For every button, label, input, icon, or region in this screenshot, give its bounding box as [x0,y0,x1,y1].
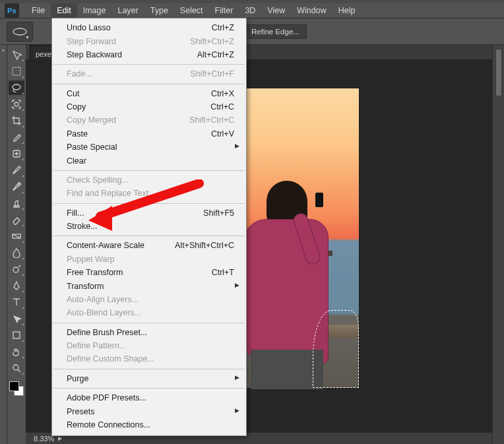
menu-item-shortcut: Shift+Ctrl+C [189,115,234,125]
menu-item-free-transform[interactable]: Free TransformCtrl+T [52,266,246,279]
menu-separator [53,203,245,204]
menu-item-undo-lasso[interactable]: Undo LassoCtrl+Z [52,21,246,34]
healing-brush-tool[interactable] [9,146,24,161]
svg-point-5 [18,183,20,185]
eyedropper-tool[interactable] [9,130,24,144]
menu-item-presets[interactable]: Presets [52,404,246,418]
chevron-right-icon[interactable]: ▶ [58,435,62,441]
left-gutter: » [0,45,7,444]
menu-item-shortcut: Ctrl+Z [212,23,234,32]
app-logo: Ps [5,3,19,18]
menu-3d[interactable]: 3D [239,3,261,18]
brush-tool[interactable] [9,163,24,177]
history-brush-tool[interactable] [9,179,24,194]
menu-file[interactable]: File [26,3,51,18]
menu-item-transform[interactable]: Transform [52,279,246,292]
current-tool-preset[interactable]: ▼ [7,22,33,42]
eraser-tool[interactable] [9,212,24,227]
menu-item-label: Paste Special [67,143,117,152]
pen-tool[interactable] [9,278,24,293]
marquee-tool[interactable] [9,64,24,79]
svg-point-2 [13,84,20,90]
type-tool[interactable] [9,295,24,309]
menu-item-remote-connections[interactable]: Remote Connections... [52,418,246,431]
path-select-tool[interactable] [9,311,24,326]
refine-edge-button[interactable]: Refine Edge... [244,24,307,39]
menu-item-copy[interactable]: CopyCtrl+C [52,100,246,113]
svg-point-0 [13,28,26,35]
menu-select[interactable]: Select [174,3,209,18]
menu-item-purge[interactable]: Purge [52,372,246,385]
menu-image[interactable]: Image [77,3,112,18]
scrollbar-thumb[interactable] [495,49,502,96]
lasso-selection-marquee [313,310,359,388]
menu-item-fill[interactable]: Fill...Shift+F5 [52,206,246,220]
menu-item-define-brush-preset[interactable]: Define Brush Preset... [52,326,246,339]
menu-item-shortcut: Shift+Ctrl+F [190,69,234,79]
menu-item-puppet-warp: Puppet Warp [52,253,246,266]
move-tool[interactable] [9,48,24,62]
right-scrollbar[interactable] [492,45,504,444]
lasso-tool[interactable] [9,80,24,95]
menu-item-label: Find and Replace Text... [67,189,156,198]
menu-item-label: Undo Lasso [67,23,111,32]
svg-point-9 [13,365,18,370]
zoom-tool[interactable] [9,361,24,375]
menu-item-step-forward: Step ForwardShift+Ctrl+Z [52,34,246,48]
menu-item-paste-special[interactable]: Paste Special [52,141,246,154]
edit-menu-dropdown: Undo LassoCtrl+ZStep ForwardShift+Ctrl+Z… [51,18,247,436]
menu-item-label: Stroke... [67,222,98,231]
menu-item-paste[interactable]: PasteCtrl+V [52,127,246,141]
menu-item-label: Presets [67,407,94,416]
menu-item-shortcut: Ctrl+C [210,102,234,111]
menu-filter[interactable]: Filter [209,3,239,18]
menu-item-label: Puppet Warp [67,255,115,264]
menu-item-cut[interactable]: CutCtrl+X [52,87,246,100]
menu-window[interactable]: Window [291,3,332,18]
foreground-color-swatch[interactable] [9,381,19,391]
svg-rect-1 [13,67,20,75]
menu-item-label: Remote Connections... [67,420,150,429]
menu-item-label: Free Transform [67,268,123,277]
menu-item-shortcut: Alt+Ctrl+Z [197,50,234,59]
document-tab-label: pexe [36,50,51,58]
gradient-tool[interactable] [9,229,24,243]
menu-item-content-aware-scale[interactable]: Content-Aware ScaleAlt+Shift+Ctrl+C [52,239,246,252]
crop-tool[interactable] [9,113,24,128]
dodge-tool[interactable] [9,262,24,276]
color-swatches[interactable] [9,381,24,396]
chevron-down-icon: ▼ [25,35,30,40]
menu-item-check-spelling: Check Spelling... [52,174,246,187]
menu-item-shortcut: Ctrl+V [211,129,234,139]
menu-item-shortcut: Alt+Shift+Ctrl+C [175,241,234,250]
blur-tool[interactable] [9,245,24,260]
menu-help[interactable]: Help [332,3,362,18]
menu-item-auto-align-layers: Auto-Align Layers... [52,293,246,306]
menu-item-define-custom-shape: Define Custom Shape... [52,352,246,365]
menu-separator [53,323,245,323]
menu-item-label: Paste [67,129,88,139]
clone-stamp-tool[interactable] [9,196,24,210]
menu-type[interactable]: Type [144,3,174,18]
menu-item-label: Define Pattern... [67,341,126,350]
menu-item-label: Auto-Blend Layers... [67,308,141,317]
menu-item-copy-merged: Copy MergedShift+Ctrl+C [52,113,246,127]
menu-item-clear[interactable]: Clear [52,154,246,167]
menu-item-adobe-pdf-presets[interactable]: Adobe PDF Presets... [52,391,246,404]
menu-item-step-backward[interactable]: Step BackwardAlt+Ctrl+Z [52,48,246,61]
toolbox [7,45,26,444]
menu-edit[interactable]: Edit [51,3,77,18]
menu-item-label: Fade... [67,69,92,79]
menu-item-shortcut: Shift+Ctrl+Z [190,37,234,46]
menu-separator [53,388,245,389]
hand-tool[interactable] [9,344,24,359]
menu-item-stroke[interactable]: Stroke... [52,220,246,233]
shape-tool[interactable] [9,328,24,342]
quick-select-tool[interactable] [9,97,24,111]
chevron-right-icon[interactable]: » [1,48,6,52]
menu-separator [53,236,245,236]
menu-item-label: Content-Aware Scale [67,241,144,250]
menu-view[interactable]: View [261,3,291,18]
menu-item-label: Define Custom Shape... [67,354,154,364]
menu-layer[interactable]: Layer [111,3,144,18]
